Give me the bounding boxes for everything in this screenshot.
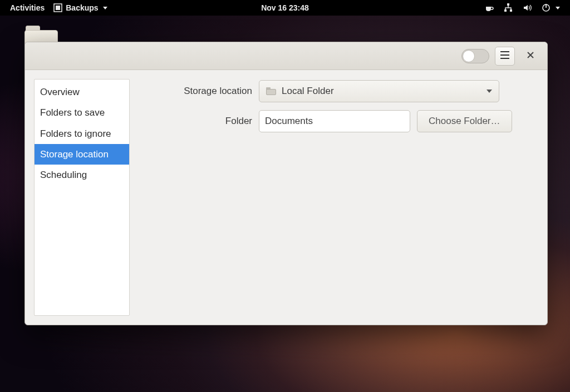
window-content: Overview Folders to save Folders to igno… [25,70,547,325]
app-icon [53,3,62,12]
volume-indicator[interactable] [518,0,537,16]
sidebar-item-scheduling[interactable]: Scheduling [35,165,129,185]
svg-rect-4 [510,9,512,12]
app-menu-label: Backups [66,3,98,12]
sidebar: Overview Folders to save Folders to igno… [34,79,130,316]
sidebar-item-overview[interactable]: Overview [35,82,129,102]
svg-rect-8 [500,54,509,56]
choose-folder-button[interactable]: Choose Folder… [417,110,512,132]
network-indicator[interactable] [499,0,518,16]
svg-rect-1 [56,6,60,10]
sidebar-item-label: Folders to save [40,107,105,118]
activities-label: Activities [10,3,45,12]
sidebar-item-storage-location[interactable]: Storage location [35,144,129,165]
sidebar-item-folders-to-ignore[interactable]: Folders to ignore [35,123,129,144]
gnome-top-panel: Activities Backups Nov 16 23:48 [0,0,570,16]
hamburger-menu-button[interactable] [495,47,515,66]
choose-folder-label: Choose Folder… [429,116,500,127]
svg-rect-7 [500,51,509,52]
sidebar-item-label: Scheduling [40,170,87,180]
storage-location-row: Storage location Local Folder [146,80,538,102]
backups-window: Overview Folders to save Folders to igno… [24,42,548,325]
network-wired-icon [503,3,513,13]
coffee-icon [484,3,494,13]
storage-location-combo[interactable]: Local Folder [259,80,499,102]
window-close-button[interactable] [520,47,540,66]
folder-label: Folder [146,116,252,127]
storage-location-value: Local Folder [282,86,334,97]
sidebar-item-label: Storage location [40,149,109,160]
auto-backup-toggle[interactable] [461,49,489,63]
chevron-down-icon [487,90,492,93]
folder-input[interactable]: Documents [259,110,410,132]
power-indicator[interactable] [537,0,564,16]
close-icon [527,50,534,62]
svg-rect-9 [500,58,509,59]
folder-row: Folder Documents Choose Folder… [146,110,538,132]
sidebar-item-folders-to-save[interactable]: Folders to save [35,102,129,123]
volume-icon [522,3,532,13]
svg-rect-2 [507,3,509,6]
activities-button[interactable]: Activities [6,0,49,16]
sidebar-item-label: Folders to ignore [40,128,111,139]
toggle-knob [463,50,475,62]
headerbar [25,42,547,70]
clock-label: Nov 16 23:48 [261,3,309,12]
sidebar-item-label: Overview [40,87,80,97]
chevron-down-icon [103,7,107,9]
hamburger-icon [500,50,509,62]
caffeine-indicator[interactable] [480,0,499,16]
storage-location-pane: Storage location Local Folder Folder Doc… [146,79,538,316]
folder-icon [266,87,276,95]
app-menu[interactable]: Backups [49,0,111,16]
storage-location-label: Storage location [146,86,252,97]
svg-rect-3 [504,9,507,12]
power-icon [541,3,551,13]
clock[interactable]: Nov 16 23:48 [257,0,313,16]
chevron-down-icon [556,7,560,9]
folder-input-value: Documents [265,116,313,127]
